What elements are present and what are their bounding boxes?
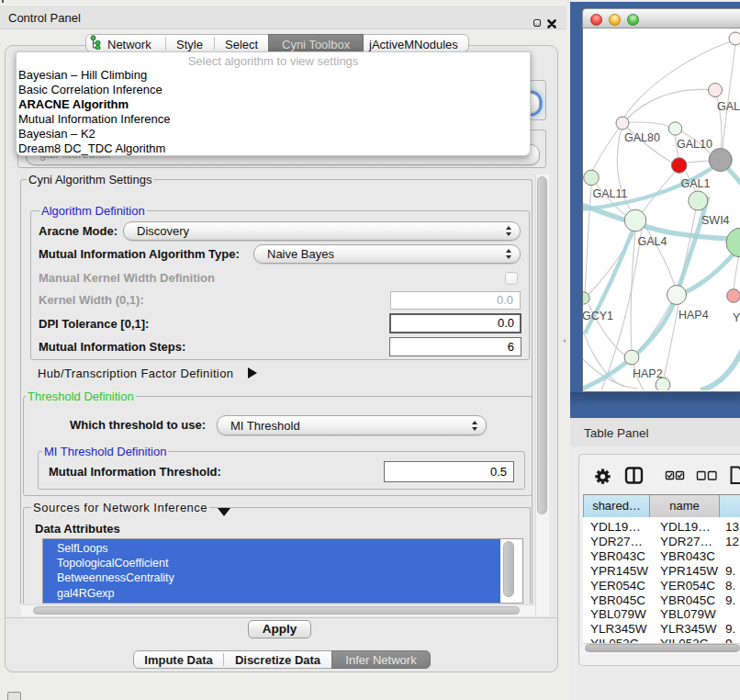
- svg-text:GAL2: GAL2: [717, 100, 740, 113]
- svg-text:GAL10: GAL10: [677, 138, 712, 151]
- svg-text:SWI4: SWI4: [701, 214, 730, 227]
- svg-text:GCY1: GCY1: [583, 310, 613, 322]
- svg-text:GAL4: GAL4: [638, 235, 667, 248]
- svg-text:GAL1: GAL1: [681, 177, 711, 190]
- svg-text:HAP2: HAP2: [633, 367, 663, 380]
- svg-text:GAL11: GAL11: [593, 187, 628, 200]
- svg-text:GAL80: GAL80: [624, 131, 660, 144]
- svg-text:YN: YN: [733, 311, 740, 324]
- svg-text:HAP4: HAP4: [678, 309, 709, 322]
